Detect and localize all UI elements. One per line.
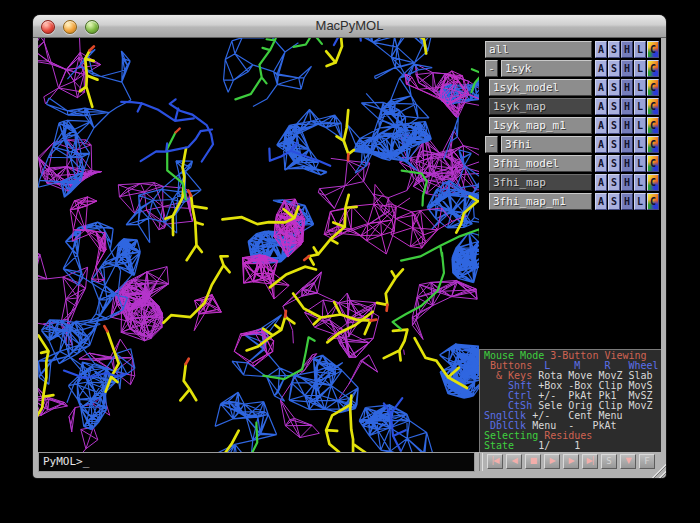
step-forward-button[interactable]: ▶ — [563, 454, 579, 469]
action-button[interactable]: A — [595, 155, 607, 172]
3d-canvas[interactable] — [38, 38, 479, 452]
ashlc-buttons: ASHLC — [595, 98, 659, 115]
color-button[interactable]: C — [647, 60, 659, 77]
hide-button[interactable]: H — [621, 60, 633, 77]
mouse-help-text: 1/ 1 — [514, 440, 580, 451]
command-prompt: PyMOL>_ — [39, 453, 474, 468]
action-button[interactable]: A — [595, 41, 607, 58]
color-button[interactable]: C — [647, 174, 659, 191]
hide-button[interactable]: H — [621, 193, 633, 210]
hide-button[interactable]: H — [621, 41, 633, 58]
ashlc-buttons: ASHLC — [595, 60, 659, 77]
end-button[interactable]: ▶| — [582, 454, 598, 469]
object-name-1syk[interactable]: 1syk — [501, 60, 592, 77]
action-button[interactable]: A — [595, 60, 607, 77]
desktop: MacPyMOL all ASHLC - 1syk ASHLC 1syk_mod… — [0, 0, 700, 523]
action-button[interactable]: A — [595, 136, 607, 153]
object-row: - 3fhi ASHLC — [479, 136, 661, 153]
show-button[interactable]: S — [608, 155, 620, 172]
show-button[interactable]: S — [608, 60, 620, 77]
scene-button[interactable]: S — [601, 454, 617, 469]
color-button[interactable]: C — [647, 193, 659, 210]
show-button[interactable]: S — [608, 174, 620, 191]
ashlc-buttons: ASHLC — [595, 136, 659, 153]
label-button[interactable]: L — [634, 60, 646, 77]
ashlc-buttons: ASHLC — [595, 117, 659, 134]
menu-down-button[interactable]: ▼ — [620, 454, 636, 469]
color-button[interactable]: C — [647, 155, 659, 172]
object-name-1syk-map[interactable]: 1syk_map — [489, 98, 592, 115]
action-button[interactable]: A — [595, 98, 607, 115]
ashlc-buttons: ASHLC — [595, 79, 659, 96]
label-button[interactable]: L — [634, 98, 646, 115]
object-row: 1syk_map_m1 ASHLC — [479, 117, 661, 134]
object-row: - 1syk ASHLC — [479, 60, 661, 77]
hide-button[interactable]: H — [621, 136, 633, 153]
rewind-button[interactable]: |◀ — [487, 454, 503, 469]
viewport[interactable] — [38, 38, 479, 452]
command-line[interactable]: PyMOL>_ — [38, 452, 475, 472]
color-button[interactable]: C — [647, 117, 659, 134]
object-name-all[interactable]: all — [485, 41, 592, 58]
label-button[interactable]: L — [634, 136, 646, 153]
object-name-3fhi-map-m1[interactable]: 3fhi_map_m1 — [489, 193, 592, 210]
action-button[interactable]: A — [595, 174, 607, 191]
window-title: MacPyMOL — [33, 18, 666, 33]
object-name-3fhi-model[interactable]: 3fhi_model — [489, 155, 592, 172]
object-name-1syk-model[interactable]: 1syk_model — [489, 79, 592, 96]
object-row: 1syk_map ASHLC — [479, 98, 661, 115]
action-button[interactable]: A — [595, 117, 607, 134]
show-button[interactable]: S — [608, 136, 620, 153]
object-panel: all ASHLC - 1syk ASHLC 1syk_model ASHLC … — [479, 38, 661, 452]
hide-button[interactable]: H — [621, 155, 633, 172]
show-button[interactable]: S — [608, 193, 620, 210]
object-row: 3fhi_map ASHLC — [479, 174, 661, 191]
label-button[interactable]: L — [634, 155, 646, 172]
mouse-mode-panel: Mouse Mode 3-Button Viewing Buttons L M … — [479, 349, 661, 452]
action-button[interactable]: A — [595, 193, 607, 210]
object-row: all ASHLC — [479, 41, 661, 58]
mouse-help-text: State — [484, 440, 514, 451]
object-name-3fhi-map[interactable]: 3fhi_map — [489, 174, 592, 191]
hide-button[interactable]: H — [621, 98, 633, 115]
color-button[interactable]: C — [647, 41, 659, 58]
movie-controls: |◀ ◀ ■ ▶ ▶ ▶| S ▼ F — [477, 452, 661, 472]
title-bar[interactable]: MacPyMOL — [33, 15, 666, 38]
object-name-3fhi[interactable]: 3fhi — [501, 136, 592, 153]
hide-button[interactable]: H — [621, 79, 633, 96]
macpymol-window: MacPyMOL all ASHLC - 1syk ASHLC 1syk_mod… — [33, 15, 666, 478]
action-button[interactable]: A — [595, 79, 607, 96]
label-button[interactable]: L — [634, 41, 646, 58]
hide-button[interactable]: H — [621, 117, 633, 134]
ashlc-buttons: ASHLC — [595, 193, 659, 210]
collapse-toggle[interactable]: - — [485, 136, 498, 153]
object-row: 1syk_model ASHLC — [479, 79, 661, 96]
color-button[interactable]: C — [647, 79, 659, 96]
show-button[interactable]: S — [608, 79, 620, 96]
color-button[interactable]: C — [647, 136, 659, 153]
label-button[interactable]: L — [634, 79, 646, 96]
object-row: 3fhi_model ASHLC — [479, 155, 661, 172]
collapse-toggle[interactable]: - — [485, 60, 498, 77]
show-button[interactable]: S — [608, 41, 620, 58]
label-button[interactable]: L — [634, 174, 646, 191]
hide-button[interactable]: H — [621, 174, 633, 191]
ashlc-buttons: ASHLC — [595, 41, 659, 58]
label-button[interactable]: L — [634, 193, 646, 210]
play-button[interactable]: ▶ — [544, 454, 560, 469]
show-button[interactable]: S — [608, 98, 620, 115]
stop-button[interactable]: ■ — [525, 454, 541, 469]
show-button[interactable]: S — [608, 117, 620, 134]
state-indicator: State 1/ 1 — [484, 441, 661, 451]
ashlc-buttons: ASHLC — [595, 155, 659, 172]
object-row: 3fhi_map_m1 ASHLC — [479, 193, 661, 210]
label-button[interactable]: L — [634, 117, 646, 134]
object-name-1syk-map-m1[interactable]: 1syk_map_m1 — [489, 117, 592, 134]
ashlc-buttons: ASHLC — [595, 174, 659, 191]
step-back-button[interactable]: ◀ — [506, 454, 522, 469]
color-button[interactable]: C — [647, 98, 659, 115]
fullscreen-button[interactable]: F — [639, 454, 655, 469]
